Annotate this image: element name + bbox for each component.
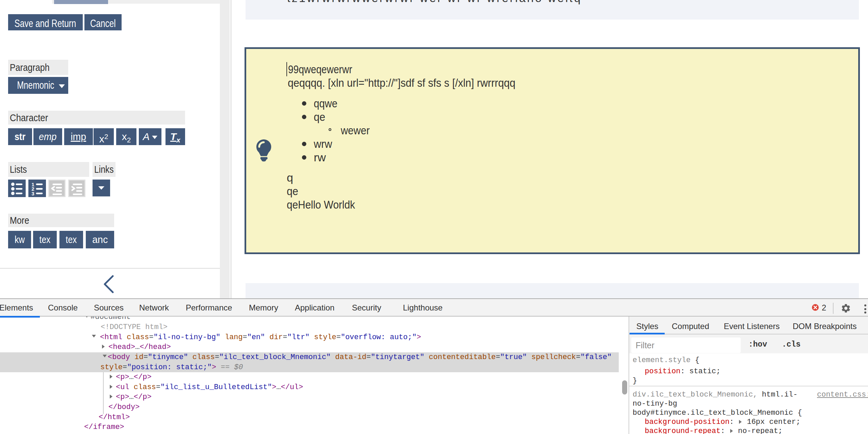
svg-text:3: 3 [31, 191, 34, 196]
